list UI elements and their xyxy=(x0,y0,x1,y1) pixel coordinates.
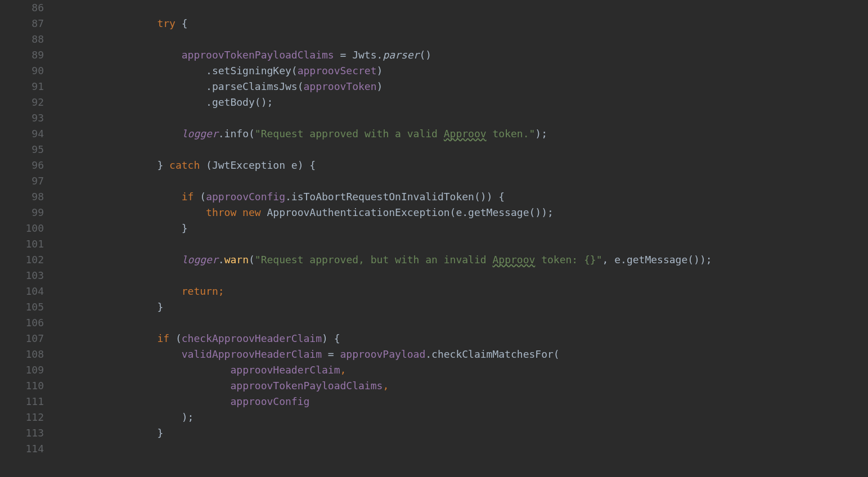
code-token xyxy=(109,285,182,297)
code-content[interactable]: if (checkApproovHeaderClaim) { xyxy=(60,331,868,346)
code-content[interactable]: if (approovConfig.isToAbortRequestOnInva… xyxy=(60,189,868,205)
code-line[interactable]: 90 .setSigningKey(approovSecret) xyxy=(0,63,868,79)
code-token xyxy=(109,380,231,392)
code-content[interactable]: approovTokenPayloadClaims, xyxy=(60,378,868,394)
code-line[interactable]: 95 xyxy=(0,142,868,158)
code-content[interactable]: .parseClaimsJws(approovToken) xyxy=(60,79,868,94)
code-content[interactable]: ); xyxy=(60,410,868,425)
code-line[interactable]: 94 logger.info("Request approved with a … xyxy=(0,126,868,142)
code-content[interactable]: logger.warn("Request approved, but with … xyxy=(60,252,868,268)
code-content[interactable]: validApproovHeaderClaim = approovPayload… xyxy=(60,346,868,362)
code-token: ) { xyxy=(322,332,340,344)
code-token: parser xyxy=(383,49,419,61)
code-content[interactable] xyxy=(60,32,868,47)
code-line[interactable]: 96 } catch (JwtException e) { xyxy=(0,158,868,173)
code-token: logger xyxy=(182,254,218,266)
line-number: 101 xyxy=(0,236,60,252)
code-line[interactable]: 100 } xyxy=(0,220,868,236)
indent-pad xyxy=(60,332,109,344)
code-content[interactable]: .getBody(); xyxy=(60,94,868,110)
code-line[interactable]: 98 if (approovConfig.isToAbortRequestOnI… xyxy=(0,189,868,205)
indent-pad xyxy=(60,364,109,376)
code-line[interactable]: 93 xyxy=(0,110,868,126)
code-content[interactable]: try { xyxy=(60,16,868,32)
code-content[interactable]: logger.info("Request approved with a val… xyxy=(60,126,868,142)
code-line[interactable]: 91 .parseClaimsJws(approovToken) xyxy=(0,79,868,94)
code-content[interactable]: approovTokenPayloadClaims = Jwts.parser(… xyxy=(60,47,868,63)
line-number: 102 xyxy=(0,252,60,268)
code-line[interactable]: 113 } xyxy=(0,425,868,441)
code-content[interactable]: throw new ApproovAuthenticationException… xyxy=(60,205,868,220)
code-line[interactable]: 101 xyxy=(0,236,868,252)
code-line[interactable]: 111 approovConfig xyxy=(0,394,868,410)
code-content[interactable]: approovConfig xyxy=(60,394,868,410)
indent-pad xyxy=(60,65,109,76)
line-number: 103 xyxy=(0,268,60,284)
code-content[interactable] xyxy=(60,0,868,16)
code-token xyxy=(109,191,182,202)
indent-pad xyxy=(60,128,109,140)
code-line[interactable]: 110 approovTokenPayloadClaims, xyxy=(0,378,868,394)
code-content[interactable]: approovHeaderClaim, xyxy=(60,362,868,378)
code-content[interactable]: return; xyxy=(60,284,868,299)
code-token: ) xyxy=(377,80,383,92)
code-line[interactable]: 99 throw new ApproovAuthenticationExcept… xyxy=(0,205,868,220)
code-content[interactable] xyxy=(60,236,868,252)
code-editor[interactable]: 86 87 try {88 89 approovTokenPayloadClai… xyxy=(0,0,868,477)
line-number: 91 xyxy=(0,79,60,94)
code-content[interactable]: } xyxy=(60,425,868,441)
code-line[interactable]: 103 xyxy=(0,268,868,284)
code-line[interactable]: 102 logger.warn("Request approved, but w… xyxy=(0,252,868,268)
code-line[interactable]: 88 xyxy=(0,32,868,47)
code-token: .setSigningKey( xyxy=(109,65,298,76)
line-number: 113 xyxy=(0,425,60,441)
code-line[interactable]: 89 approovTokenPayloadClaims = Jwts.pars… xyxy=(0,47,868,63)
code-line[interactable]: 114 xyxy=(0,441,868,457)
indent-pad xyxy=(60,254,109,266)
code-content[interactable] xyxy=(60,441,868,457)
code-content[interactable]: .setSigningKey(approovSecret) xyxy=(60,63,868,79)
indent-pad xyxy=(60,2,109,14)
code-content[interactable]: } catch (JwtException e) { xyxy=(60,158,868,173)
indent-pad xyxy=(60,380,109,392)
code-line[interactable]: 104 return; xyxy=(0,284,868,299)
code-token: Approov xyxy=(492,254,535,266)
code-line[interactable]: 106 xyxy=(0,315,868,331)
code-token: , e.getMessage()); xyxy=(602,254,712,266)
code-content[interactable] xyxy=(60,268,868,284)
code-line[interactable]: 109 approovHeaderClaim, xyxy=(0,362,868,378)
line-number: 106 xyxy=(0,315,60,331)
code-token: ( xyxy=(194,191,206,202)
indent-pad xyxy=(60,411,109,423)
code-token: } xyxy=(109,222,188,234)
code-content[interactable] xyxy=(60,173,868,189)
indent-pad xyxy=(60,191,109,202)
line-number: 100 xyxy=(0,220,60,236)
code-line[interactable]: 107 if (checkApproovHeaderClaim) { xyxy=(0,331,868,346)
code-line[interactable]: 86 xyxy=(0,0,868,16)
code-line[interactable]: 92 .getBody(); xyxy=(0,94,868,110)
line-number: 94 xyxy=(0,126,60,142)
code-token xyxy=(109,49,182,61)
code-line[interactable]: 105 } xyxy=(0,299,868,315)
code-token: = Jwts. xyxy=(334,49,383,61)
line-number: 92 xyxy=(0,94,60,110)
code-content[interactable] xyxy=(60,142,868,158)
code-token xyxy=(109,332,158,344)
code-token: ( xyxy=(249,254,255,266)
code-content[interactable]: } xyxy=(60,299,868,315)
code-token: approovTokenPayloadClaims xyxy=(182,49,334,61)
indent-pad xyxy=(60,395,109,407)
code-content[interactable]: } xyxy=(60,220,868,236)
code-token: .isToAbortRequestOnInvalidToken()) { xyxy=(285,191,505,202)
code-token: } xyxy=(109,301,164,313)
code-content[interactable] xyxy=(60,315,868,331)
code-token: .getBody(); xyxy=(109,96,273,108)
code-line[interactable]: 87 try { xyxy=(0,16,868,32)
code-content[interactable] xyxy=(60,110,868,126)
code-line[interactable]: 112 ); xyxy=(0,410,868,425)
code-token: } xyxy=(109,427,164,439)
code-line[interactable]: 97 xyxy=(0,173,868,189)
code-line[interactable]: 108 validApproovHeaderClaim = approovPay… xyxy=(0,346,868,362)
code-token xyxy=(109,348,182,360)
